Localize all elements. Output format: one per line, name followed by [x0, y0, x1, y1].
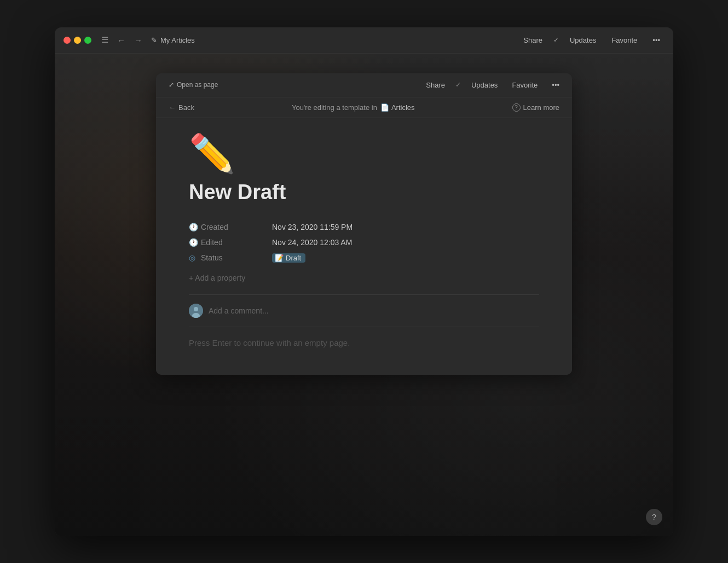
- created-label: Created: [201, 223, 272, 231]
- properties-section: 🕐 Created Nov 23, 2020 11:59 PM 🕐 Edited…: [189, 219, 539, 266]
- breadcrumb: ✎ My Articles: [151, 36, 195, 44]
- template-source-link[interactable]: 📄 Articles: [380, 103, 415, 112]
- open-as-page-button[interactable]: ⤢ Open as page: [165, 79, 222, 90]
- created-value: Nov 23, 2020 11:59 PM: [272, 223, 353, 231]
- titlebar-actions: Share ✓ Updates Favorite •••: [519, 34, 665, 46]
- status-label: Status: [201, 253, 272, 262]
- modal-more-button[interactable]: •••: [548, 79, 563, 91]
- template-source-icon: 📄: [380, 103, 389, 112]
- back-arrow-icon: ←: [169, 103, 176, 112]
- titlebar: ☰ ← → ✎ My Articles Share ✓ Updates Favo…: [55, 27, 673, 54]
- status-badge-icon: 📝: [275, 254, 284, 262]
- status-circle-icon: ◎: [189, 253, 201, 262]
- divider-2: [189, 327, 539, 327]
- modal-favorite-button[interactable]: Favorite: [508, 79, 541, 91]
- template-info: You're editing a template in 📄 Articles: [198, 103, 509, 112]
- modal-topbar: ⤢ Open as page Share ✓ Updates Favorite …: [156, 73, 572, 97]
- status-badge[interactable]: 📝 Draft: [272, 253, 305, 263]
- property-created: 🕐 Created Nov 23, 2020 11:59 PM: [189, 219, 539, 235]
- add-property-label: + Add a property: [189, 274, 245, 282]
- template-source-label: Articles: [391, 103, 415, 112]
- page-modal: ⤢ Open as page Share ✓ Updates Favorite …: [156, 73, 572, 375]
- open-as-page-label: Open as page: [177, 81, 218, 89]
- close-button[interactable]: [63, 37, 71, 44]
- page-type-icon: ✎: [151, 36, 157, 44]
- learn-more-label: Learn more: [523, 103, 559, 112]
- favorite-button[interactable]: Favorite: [607, 34, 642, 46]
- comment-area: Add a comment...: [189, 304, 539, 318]
- back-label: Back: [178, 103, 194, 112]
- titlebar-nav-controls: ☰ ← →: [99, 34, 145, 46]
- modal-topbar-right: Share ✓ Updates Favorite •••: [422, 79, 563, 91]
- empty-page-hint: Press Enter to continue with an empty pa…: [189, 338, 539, 347]
- status-badge-text: Draft: [286, 254, 301, 262]
- open-as-page-icon: ⤢: [169, 81, 174, 89]
- forward-icon[interactable]: →: [132, 34, 145, 46]
- traffic-lights: [63, 37, 91, 44]
- back-button[interactable]: ← Back: [165, 102, 198, 113]
- updates-check: ✓: [553, 36, 559, 44]
- modal-updates-button[interactable]: Updates: [467, 79, 501, 91]
- help-circle-icon: ?: [512, 103, 521, 112]
- back-icon[interactable]: ←: [115, 34, 128, 46]
- edited-label: Edited: [201, 238, 272, 247]
- maximize-button[interactable]: [84, 37, 91, 44]
- page-title[interactable]: New Draft: [189, 181, 539, 204]
- user-avatar: [189, 304, 203, 318]
- comment-input[interactable]: Add a comment...: [209, 306, 269, 315]
- more-options-button[interactable]: •••: [648, 34, 665, 46]
- divider-1: [189, 294, 539, 295]
- edited-value: Nov 24, 2020 12:03 AM: [272, 238, 352, 247]
- help-button[interactable]: ?: [646, 509, 662, 525]
- page-content: ✏️ New Draft 🕐 Created Nov 23, 2020 11:5…: [156, 118, 572, 375]
- modal-share-button[interactable]: Share: [422, 79, 449, 91]
- updates-button[interactable]: Updates: [565, 34, 600, 46]
- learn-more-button[interactable]: ? Learn more: [509, 102, 563, 113]
- minimize-button[interactable]: [74, 37, 81, 44]
- share-button[interactable]: Share: [519, 34, 547, 46]
- menu-icon[interactable]: ☰: [99, 34, 111, 46]
- property-edited: 🕐 Edited Nov 24, 2020 12:03 AM: [189, 235, 539, 250]
- edited-clock-icon: 🕐: [189, 238, 201, 247]
- property-status: ◎ Status 📝 Draft: [189, 250, 539, 266]
- page-emoji-icon: ✏️: [189, 135, 539, 172]
- created-clock-icon: 🕐: [189, 223, 201, 231]
- editing-text: You're editing a template in: [292, 103, 377, 112]
- svg-point-1: [194, 307, 198, 311]
- main-area: ⤢ Open as page Share ✓ Updates Favorite …: [55, 54, 673, 536]
- help-icon: ?: [652, 513, 656, 521]
- template-banner: ← Back You're editing a template in 📄 Ar…: [156, 97, 572, 118]
- breadcrumb-label: My Articles: [160, 36, 195, 44]
- app-window: ☰ ← → ✎ My Articles Share ✓ Updates Favo…: [55, 27, 673, 536]
- add-property-button[interactable]: + Add a property: [189, 270, 539, 286]
- modal-updates-check: ✓: [455, 81, 461, 89]
